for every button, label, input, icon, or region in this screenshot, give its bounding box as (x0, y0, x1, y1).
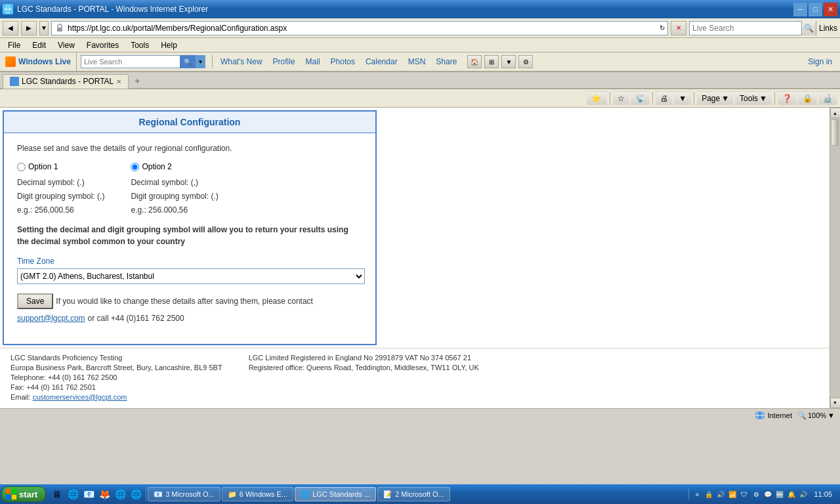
nav-profile[interactable]: Profile (268, 56, 301, 68)
live-search-dropdown[interactable]: ▼ (196, 55, 205, 68)
new-tab-button[interactable]: + (130, 74, 144, 88)
menu-bar: File Edit View Favorites Tools Help (0, 38, 840, 52)
option2-label[interactable]: Option 2 (142, 162, 171, 171)
ie2-button[interactable]: 🌐 (113, 487, 127, 501)
recent-pages-button[interactable]: ▼ (39, 21, 49, 35)
footer-email-link[interactable]: customerservices@lgcpt.com (33, 393, 127, 401)
vertical-scrollbar: ▲ ▼ (830, 108, 840, 408)
start-button[interactable]: start (1, 486, 46, 502)
option1-label[interactable]: Option 1 (28, 162, 58, 171)
windows-live-text: Windows Live (18, 57, 71, 66)
menu-view[interactable]: View (52, 39, 80, 51)
search-button[interactable]: 🔍 (801, 21, 816, 35)
regional-config-title: Regional Configuration (4, 112, 375, 133)
task-label-ie: LGC Standards ... (312, 490, 370, 498)
ie3-button[interactable]: 🌐 (129, 487, 143, 501)
menu-help[interactable]: Help (156, 39, 182, 51)
task-item-windows-explorer[interactable]: 📁 6 Windows E... (222, 487, 293, 501)
refresh-button[interactable]: ↻ (660, 24, 665, 32)
nav-share[interactable]: Share (430, 56, 462, 68)
ie-button[interactable]: 🌐 (66, 487, 80, 501)
start-icon (6, 489, 16, 499)
tools-dropdown-icon: ▼ (759, 94, 767, 103)
windows-live-logo: Windows Live (3, 52, 77, 71)
task-label-outlook: 3 Microsoft O... (165, 490, 215, 498)
tools-button[interactable]: Tools ▼ (735, 91, 772, 106)
save-button[interactable]: Save (17, 293, 53, 309)
firefox-button[interactable]: 🦊 (97, 487, 112, 501)
footer-company: LGC Standards Proficiency Testing (10, 354, 222, 362)
option1-example: e.g.: 256,000.56 (17, 204, 104, 217)
task-icon-explorer: 📁 (228, 490, 237, 499)
windows-live-icon (5, 56, 16, 67)
active-tab[interactable]: LGC Standards - PORTAL ✕ (3, 74, 129, 89)
sign-in-button[interactable]: Sign in (803, 56, 837, 68)
maximize-button[interactable]: □ (808, 3, 822, 16)
nav-mail[interactable]: Mail (301, 56, 326, 68)
page-button[interactable]: Page ▼ (697, 91, 734, 106)
research-button[interactable]: 🔬 (818, 91, 837, 106)
live-search-input[interactable] (81, 58, 180, 66)
footer-email-prefix: Email: (10, 393, 33, 401)
close-button[interactable]: ✕ (824, 3, 837, 16)
scroll-track[interactable] (830, 118, 841, 398)
favorites-star-button[interactable]: ⭐ (587, 91, 607, 106)
option2-radio-row: Option 2 (131, 162, 218, 171)
minimize-button[interactable]: ─ (793, 3, 807, 16)
favorites-button[interactable]: ☆ (613, 91, 629, 106)
my-page-button[interactable]: 🏠 (467, 55, 482, 68)
tray-misc2: 💬 (763, 489, 773, 499)
scroll-thumb[interactable] (831, 119, 839, 146)
live-search-button[interactable]: 🔍 (180, 55, 196, 68)
back-button[interactable]: ◀ (3, 21, 18, 35)
menu-edit[interactable]: Edit (27, 39, 51, 51)
footer-address: Europa Business Park, Barcroft Street, B… (10, 364, 222, 371)
task-label-word: 2 Microsoft O... (395, 490, 444, 498)
footer-email-row: Email: customerservices@lgcpt.com (10, 393, 222, 401)
task-item-word[interactable]: 📝 2 Microsoft O... (377, 487, 450, 501)
nav-photos[interactable]: Photos (326, 56, 360, 68)
options-row: Option 1 Decimal symbol: (.) Digit group… (17, 162, 362, 217)
footer-registered-office: Registered office: Queens Road, Teddingt… (249, 364, 479, 371)
regional-config-panel: Regional Configuration Please set and sa… (3, 110, 377, 345)
stop-button[interactable]: ✕ (671, 21, 686, 35)
task-item-ie[interactable]: 🌐 LGC Standards ... (295, 487, 376, 501)
address-bar-area: ◀ ▶ ▼ ↻ ✕ 🔍 Links (0, 18, 840, 38)
scroll-down-button[interactable]: ▼ (830, 398, 841, 408)
protected-mode-button[interactable]: 🔒 (798, 91, 817, 106)
search-input[interactable] (690, 24, 801, 33)
layout-button[interactable]: ⊞ (484, 55, 499, 68)
nav-calendar[interactable]: Calendar (360, 56, 403, 68)
option2-group: Option 2 Decimal symbol: (,) Digit group… (131, 162, 218, 217)
status-bar: Internet 🔍 100% ▼ (0, 408, 840, 423)
more-button[interactable]: ⚙ (518, 55, 533, 68)
menu-file[interactable]: File (3, 39, 26, 51)
contact-email[interactable]: support@lgcpt.com (17, 314, 85, 323)
url-input[interactable] (68, 24, 657, 33)
links-label: Links (819, 24, 837, 33)
tray-expand[interactable]: « (692, 489, 702, 499)
menu-favorites[interactable]: Favorites (81, 39, 124, 51)
option2-radio[interactable] (131, 163, 139, 171)
zoom-dropdown[interactable]: ▼ (828, 411, 835, 419)
contact-row: Save If you would like to change these d… (17, 293, 362, 328)
show-desktop-button[interactable]: 🖥 (50, 487, 64, 501)
nav-whats-new[interactable]: What's New (215, 56, 268, 68)
forward-button[interactable]: ▶ (21, 21, 37, 35)
task-item-outlook[interactable]: 📧 3 Microsoft O... (148, 487, 220, 501)
feeds-button[interactable]: 📡 (631, 91, 650, 106)
toolbar-separator4 (774, 92, 775, 105)
layout-dropdown[interactable]: ▼ (501, 55, 516, 68)
tab-close-button[interactable]: ✕ (116, 78, 121, 85)
nav-msn[interactable]: MSN (403, 56, 431, 68)
menu-tools[interactable]: Tools (125, 39, 154, 51)
scroll-up-button[interactable]: ▲ (830, 108, 841, 118)
outlook-button[interactable]: 📧 (81, 487, 96, 501)
option1-radio[interactable] (17, 163, 26, 171)
help-button[interactable]: ❓ (778, 91, 797, 106)
print-dropdown[interactable]: ▼ (674, 91, 691, 106)
zone-label: Internet (768, 411, 792, 419)
print-button[interactable]: 🖨 (656, 91, 673, 106)
svg-rect-7 (6, 489, 10, 494)
timezone-select[interactable]: (GMT 2.0) Athens, Bucharest, Istanbul (G… (17, 268, 365, 284)
